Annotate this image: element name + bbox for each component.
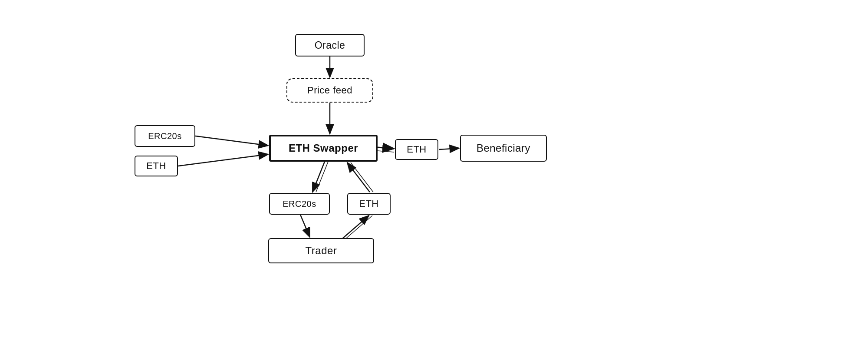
pricefeed-node: Price feed [286,78,373,103]
arrow-erc20s-swapper [195,136,268,146]
arrow-trader-eth-bottom-2 [346,216,372,238]
arrow-eth-right-beneficiary [439,148,459,149]
arrow-erc20s-trader [300,215,310,237]
arrow-trader-eth-bottom-1 [343,216,369,238]
diagram-container: Oracle Price feed ETH Swapper ERC20s ETH… [0,0,868,362]
eth-bottom-node: ETH [347,193,391,215]
arrow-swapper-eth-right-1 [378,147,394,149]
arrow-swapper-erc20s-bottom-1 [312,162,325,192]
beneficiary-node: Beneficiary [460,135,547,162]
eth-swapper-node: ETH Swapper [269,135,378,162]
oracle-node: Oracle [295,34,365,56]
arrow-swapper-eth-right-2 [378,151,394,152]
diagram-svg [0,0,868,362]
erc20s-left-node: ERC20s [135,125,195,147]
arrow-eth-bottom-swapper-1 [347,163,370,192]
arrow-eth-bottom-swapper-2 [351,163,373,192]
trader-node: Trader [268,238,374,263]
arrow-swapper-erc20s-bottom-2 [316,162,328,192]
eth-left-node: ETH [135,156,178,176]
arrow-eth-left-swapper [178,154,268,166]
erc20s-bottom-node: ERC20s [269,193,330,215]
eth-right-node: ETH [395,139,438,160]
